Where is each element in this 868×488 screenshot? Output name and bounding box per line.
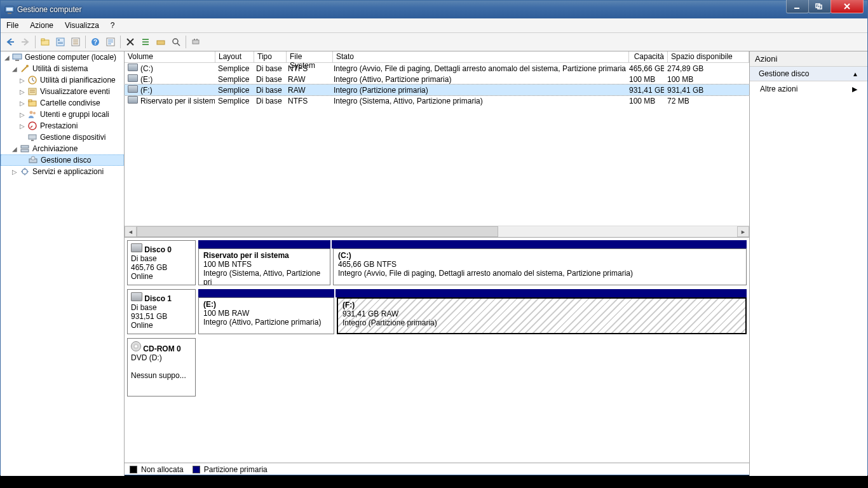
expand-icon[interactable]: ◢ bbox=[11, 145, 18, 152]
configure-button[interactable] bbox=[188, 34, 203, 50]
tree-device-manager[interactable]: ▷ Gestione dispositivi bbox=[1, 132, 124, 143]
navigation-tree[interactable]: ◢ Gestione computer (locale) ◢ Utilità d… bbox=[1, 51, 125, 476]
remove-button[interactable] bbox=[123, 34, 138, 50]
svg-point-20 bbox=[173, 39, 178, 44]
svg-rect-10 bbox=[58, 42, 63, 43]
computer-icon bbox=[12, 52, 22, 62]
minimize-button[interactable] bbox=[786, 0, 809, 13]
volume-row[interactable]: (F:)SempliceDi baseRAWIntegro (Partizion… bbox=[125, 85, 749, 95]
chevron-right-icon: ▶ bbox=[852, 85, 857, 93]
tree-scheduler[interactable]: ▷ Utilità di pianificazione bbox=[1, 74, 124, 86]
expand-icon[interactable]: ◢ bbox=[11, 65, 18, 72]
menu-action[interactable]: Azione bbox=[24, 19, 59, 32]
scroll-track[interactable] bbox=[137, 226, 737, 237]
zoom-button[interactable] bbox=[168, 34, 184, 50]
scroll-left-button[interactable]: ◄ bbox=[125, 226, 137, 237]
list-button[interactable] bbox=[138, 34, 153, 50]
expand-icon[interactable]: ▷ bbox=[11, 168, 18, 175]
menu-file[interactable]: File bbox=[1, 19, 24, 32]
disk-info-cdrom[interactable]: CD-ROM 0 DVD (D:) Nessun suppo... bbox=[127, 338, 196, 396]
partition-title: (F:) bbox=[342, 301, 355, 309]
up-button[interactable] bbox=[37, 34, 53, 50]
volume-icon bbox=[128, 96, 138, 104]
back-button[interactable] bbox=[3, 34, 18, 50]
forward-button[interactable] bbox=[18, 34, 33, 50]
col-volume[interactable]: Volume bbox=[125, 51, 215, 63]
svg-rect-25 bbox=[15, 60, 19, 61]
partition-f[interactable]: (F:) 931,41 GB RAW Integro (Partizione p… bbox=[337, 297, 747, 334]
disk-name: CD-ROM 0 bbox=[143, 344, 180, 353]
tree-label: Utenti e gruppi locali bbox=[40, 110, 109, 119]
partition-title: Riservato per il sistema bbox=[203, 251, 289, 260]
tree-sharedfolders[interactable]: ▷ Cartelle condivise bbox=[1, 97, 124, 109]
disk-info-1[interactable]: Disco 1 Di base 931,51 GB Online bbox=[127, 289, 196, 334]
svg-rect-17 bbox=[142, 41, 149, 43]
volume-row[interactable]: (C:)SempliceDi baseNTFSIntegro (Avvio, F… bbox=[125, 63, 749, 74]
tree-eventviewer[interactable]: ▷ Visualizzatore eventi bbox=[1, 86, 124, 97]
partition-reserved[interactable]: Riservato per il sistema 100 MB NTFS Int… bbox=[198, 248, 330, 285]
col-layout[interactable]: Layout bbox=[215, 51, 254, 63]
volume-icon bbox=[128, 74, 138, 82]
partition-size: 465,66 GB NTFS bbox=[338, 260, 397, 269]
users-icon bbox=[27, 109, 37, 119]
actions-section-diskmgmt[interactable]: Gestione disco ▲ bbox=[750, 67, 867, 81]
close-button[interactable] bbox=[831, 0, 864, 13]
col-filesystem[interactable]: File System bbox=[287, 51, 333, 63]
col-free[interactable]: Spazio disponibile bbox=[668, 51, 749, 63]
refresh-list-button[interactable] bbox=[103, 34, 118, 50]
app-icon bbox=[4, 4, 15, 15]
tree-users-groups[interactable]: ▷ Utenti e gruppi locali bbox=[1, 109, 124, 120]
svg-rect-9 bbox=[58, 39, 60, 41]
svg-point-40 bbox=[22, 169, 27, 174]
expand-icon[interactable]: ▷ bbox=[18, 122, 26, 130]
maximize-button[interactable] bbox=[808, 0, 831, 13]
tree-root[interactable]: ◢ Gestione computer (locale) bbox=[1, 51, 124, 63]
title-bar[interactable]: Gestione computer bbox=[1, 1, 867, 18]
tree-services-apps[interactable]: ▷ Servizi e applicazioni bbox=[1, 166, 124, 177]
scroll-thumb[interactable] bbox=[137, 226, 498, 237]
partition-e[interactable]: (E:) 100 MB RAW Integro (Attivo, Partizi… bbox=[198, 297, 334, 334]
col-type[interactable]: Tipo bbox=[254, 51, 287, 63]
tree-disk-management[interactable]: ▷ Gestione disco bbox=[1, 154, 124, 166]
svg-point-26 bbox=[26, 65, 29, 67]
volume-list[interactable]: Volume Layout Tipo File System Stato Cap… bbox=[125, 51, 749, 238]
legend-swatch-primary bbox=[193, 466, 200, 473]
partition-status: Integro (Partizione primaria) bbox=[342, 318, 437, 327]
menu-view[interactable]: Visualizza bbox=[59, 19, 105, 32]
svg-point-31 bbox=[30, 111, 33, 114]
expand-icon[interactable]: ◢ bbox=[3, 53, 11, 61]
properties-button[interactable] bbox=[53, 34, 68, 50]
scroll-right-button[interactable]: ► bbox=[737, 226, 749, 237]
svg-point-39 bbox=[31, 156, 35, 160]
listview-body[interactable]: (C:)SempliceDi baseNTFSIntegro (Avvio, F… bbox=[125, 63, 749, 226]
expand-icon[interactable]: ▷ bbox=[18, 88, 26, 95]
grid-button[interactable] bbox=[153, 34, 168, 50]
col-status[interactable]: Stato bbox=[333, 51, 629, 63]
partition-size: 100 MB NTFS bbox=[203, 260, 252, 269]
menu-help[interactable]: ? bbox=[105, 19, 121, 32]
svg-rect-11 bbox=[58, 43, 63, 44]
tree-performance[interactable]: ▷ Prestazioni bbox=[1, 120, 124, 132]
volume-icon bbox=[128, 85, 138, 93]
col-capacity[interactable]: Capacità bbox=[629, 51, 668, 63]
expand-icon[interactable]: ▷ bbox=[18, 76, 26, 84]
device-icon bbox=[27, 132, 37, 142]
actions-more[interactable]: Altre azioni ▶ bbox=[750, 81, 867, 97]
disk-row-0[interactable]: Disco 0 Di base 465,76 GB Online Riserva… bbox=[127, 240, 747, 285]
disk-row-1[interactable]: Disco 1 Di base 931,51 GB Online (E:) 10… bbox=[127, 289, 747, 334]
help-button[interactable]: ? bbox=[88, 34, 103, 50]
partition-c[interactable]: (C:) 465,66 GB NTFS Integro (Avvio, File… bbox=[333, 248, 747, 285]
disk-info-0[interactable]: Disco 0 Di base 465,76 GB Online bbox=[127, 240, 196, 285]
settings-button[interactable] bbox=[68, 34, 83, 50]
svg-rect-19 bbox=[157, 41, 165, 44]
svg-rect-34 bbox=[29, 135, 36, 139]
horizontal-scrollbar[interactable]: ◄ ► bbox=[125, 226, 749, 237]
expand-icon[interactable]: ▷ bbox=[18, 111, 26, 118]
volume-row[interactable]: (E:)SempliceDi baseRAWIntegro (Attivo, P… bbox=[125, 74, 749, 85]
tree-storage[interactable]: ◢ Archiviazione bbox=[1, 143, 124, 154]
expand-icon[interactable]: ▷ bbox=[18, 99, 26, 107]
disk-row-cdrom[interactable]: CD-ROM 0 DVD (D:) Nessun suppo... bbox=[127, 338, 747, 396]
tree-system-tools[interactable]: ◢ Utilità di sistema bbox=[1, 63, 124, 74]
volume-row[interactable]: Riservato per il sistemaSempliceDi baseN… bbox=[125, 95, 749, 106]
disk-graphical-view[interactable]: Disco 0 Di base 465,76 GB Online Riserva… bbox=[125, 238, 749, 463]
